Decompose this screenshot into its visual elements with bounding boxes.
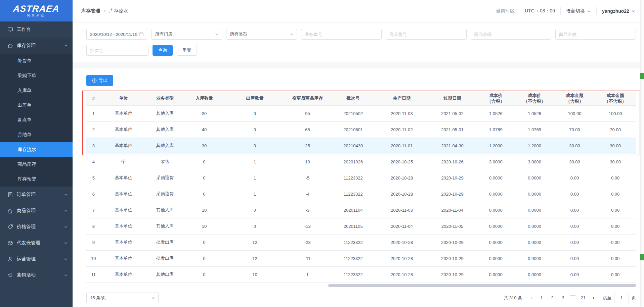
sidebar-item-operation-mgmt[interactable]: 运营管理: [0, 251, 73, 267]
table-cell: 0.0000: [477, 234, 514, 250]
sidebar-subitem-outbound-order[interactable]: 出库单: [0, 98, 73, 113]
column-header: 单位: [101, 92, 146, 105]
table-row[interactable]: 8基本单位其他入库100-13202011052020-11-042020-11…: [86, 218, 636, 234]
main-content: 2020/10/12 - 2020/11/10 所有门店 所有类型: [73, 22, 644, 307]
breadcrumb-item-inventory[interactable]: 库存管理: [81, 8, 100, 14]
reset-button[interactable]: 重置: [177, 45, 197, 56]
sidebar-item-inventory-mgmt[interactable]: 库存管理: [0, 38, 73, 54]
table-cell: 11: [86, 266, 101, 283]
table-row[interactable]: 3基本单位其他入库30025202104302020-11-012021-04-…: [86, 138, 636, 154]
chevron-down-icon: [215, 32, 219, 36]
table-cell: 6: [86, 186, 101, 202]
pagination-right: 共 310 条 123•••21 跳至 页: [504, 293, 636, 303]
page-size-select[interactable]: 15 条/页: [86, 293, 159, 303]
sidebar-subitem-stocktake-order[interactable]: 盘点单: [0, 113, 73, 127]
sidebar-item-label: 运营管理: [17, 256, 64, 262]
type-select[interactable]: 所有类型: [226, 29, 297, 40]
product-name-input[interactable]: [555, 29, 636, 40]
horizontal-scrollbar[interactable]: [86, 284, 636, 287]
table-wrapper: #单位业务类型入库数量出库数量变更后商品库存批次号生产日期过期日期成本价 （含税…: [86, 92, 636, 287]
column-header: 入库数量: [184, 92, 225, 105]
sidebar-subitem-replenish-order[interactable]: 补货单: [0, 54, 73, 68]
sidebar-subitem-inbound-order[interactable]: 入库单: [0, 83, 73, 98]
export-button-label: 导出: [99, 78, 108, 84]
date-range-value: 2020/10/12 - 2020/11/10: [90, 32, 137, 37]
table-cell: 100.00: [595, 105, 636, 121]
sidebar-subitem-inventory-flow[interactable]: 库存流水: [0, 142, 73, 157]
table-row[interactable]: 10基本单位批发出库012-11112233222020-10-282020-1…: [86, 250, 636, 266]
table-cell: 0: [184, 186, 225, 202]
pagination-bar: 15 条/页 共 310 条 123•••21 跳至: [86, 287, 636, 307]
table-row[interactable]: 4个零售0110202010262020-10-252020-10-263.00…: [86, 154, 636, 170]
table-cell: 0: [184, 234, 225, 250]
sidebar-item-workbench[interactable]: 工作台: [0, 21, 73, 38]
table-row[interactable]: 11基本单位其他出库0101112233222020-10-282020-10-…: [86, 266, 636, 283]
table-cell: 0: [184, 266, 225, 283]
table-row[interactable]: 1基本单位其他入库30095202105022020-11-032021-05-…: [86, 105, 636, 121]
table-cell: 0: [225, 138, 285, 154]
table-cell: 0.00: [595, 250, 636, 266]
section-gap: [73, 62, 644, 68]
store-select[interactable]: 所有门店: [151, 29, 222, 40]
table-cell: -13: [285, 218, 331, 234]
table-cell: 基本单位: [101, 138, 146, 154]
table-head: #单位业务类型入库数量出库数量变更后商品库存批次号生产日期过期日期成本价 （含税…: [86, 92, 636, 105]
page-number-3[interactable]: 3: [558, 293, 568, 303]
jump-page-input[interactable]: [614, 293, 629, 303]
table-cell: 其他入库: [146, 105, 183, 121]
table-cell: 10: [285, 154, 331, 170]
page-number-2[interactable]: 2: [548, 293, 557, 303]
sidebar-item-label: 营销活动: [17, 272, 64, 278]
barcode-input[interactable]: [471, 29, 551, 40]
table-cell: 其他入库: [146, 138, 183, 154]
user-menu[interactable]: yangzhuo22: [602, 8, 635, 14]
sidebar-subitem-monthly-settlement[interactable]: 月结单: [0, 127, 73, 142]
sidebar-item-marketing-activity[interactable]: 营销活动: [0, 267, 73, 283]
sku-input[interactable]: [386, 29, 466, 40]
table-cell: 12: [225, 234, 285, 250]
column-header: 成本金额 （含税）: [555, 92, 595, 105]
page-ellipsis[interactable]: •••: [569, 293, 577, 303]
table-row[interactable]: 6基本单位采购退货01-4112233222020-10-282020-10-2…: [86, 186, 636, 202]
table-cell: 10: [225, 266, 285, 283]
sidebar-subitem-stock-warning[interactable]: 库存预警: [0, 172, 73, 187]
column-header: #: [86, 92, 101, 105]
sidebar-subitem-purchase-order[interactable]: 采购下单: [0, 68, 73, 83]
sidebar-item-price-mgmt[interactable]: 价格管理: [0, 219, 73, 235]
table-panel: 导出 #单位业务类型入库数量出库数量变更后商品库存批次号生产日期过期日期成本价 …: [73, 68, 644, 307]
table-cell: 65: [285, 121, 331, 138]
table-row[interactable]: 2基本单位其他入库40065202105012020-11-022021-05-…: [86, 121, 636, 138]
sidebar-item-dropship-warehouse-mgmt[interactable]: 代发仓管理: [0, 235, 73, 251]
batch-no-input[interactable]: [86, 45, 148, 56]
table-cell: 2020-10-28: [376, 234, 428, 250]
horizontal-scrollbar-thumb[interactable]: [328, 284, 636, 287]
sidebar-item-product-mgmt[interactable]: 商品管理: [0, 203, 73, 219]
prev-page-button[interactable]: [527, 293, 535, 303]
table-cell: 0.00: [595, 218, 636, 234]
chevron-down-icon: [64, 225, 68, 229]
sidebar: ASTRAEA 阿斯米亚 工作台 库存管理 补货单 采购下单 入库单 出库单 盘…: [0, 0, 73, 307]
table-cell: 2020-11-04: [428, 202, 477, 218]
table-cell: 4: [86, 154, 101, 170]
table-row[interactable]: 7基本单位其他入库100-3202011042020-11-032020-11-…: [86, 202, 636, 218]
table-row[interactable]: 5基本单位采购退货01-5112233222020-10-282020-10-2…: [86, 170, 636, 186]
table-row[interactable]: 9基本单位批发出库012-23112233222020-10-282020-10…: [86, 234, 636, 250]
page-number-1[interactable]: 1: [537, 293, 546, 303]
sidebar-item-order-mgmt[interactable]: 订单管理: [0, 187, 73, 203]
language-switch[interactable]: 语言切换: [566, 8, 591, 14]
table-cell: 3: [86, 138, 101, 154]
search-button[interactable]: 查询: [153, 45, 173, 56]
sidebar-subitem-product-stock[interactable]: 商品库存: [0, 157, 73, 172]
sidebar-subitem-label: 出库单: [17, 102, 32, 108]
order-no-input[interactable]: [301, 29, 382, 40]
table-cell: 20201105: [330, 218, 376, 234]
vertical-scrollbar[interactable]: [640, 0, 644, 307]
product-icon: [7, 208, 13, 214]
date-range-picker[interactable]: 2020/10/12 - 2020/11/10: [86, 29, 147, 40]
table-cell: 0: [225, 105, 285, 121]
sidebar-item-label: 工作台: [17, 27, 68, 33]
export-button[interactable]: 导出: [86, 75, 113, 86]
next-page-button[interactable]: [589, 293, 597, 303]
page-number-21[interactable]: 21: [578, 293, 588, 303]
jump-suffix: 页: [632, 295, 636, 301]
